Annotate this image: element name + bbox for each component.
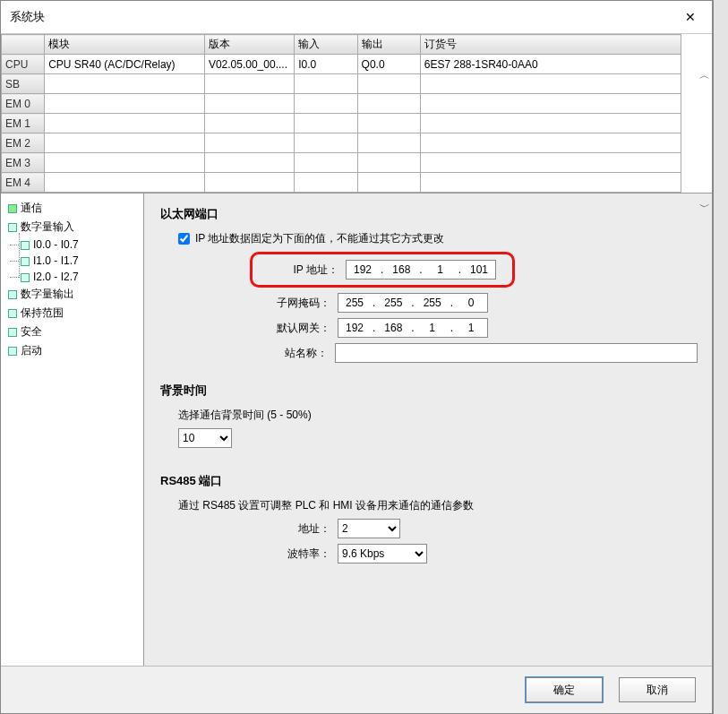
row-header[interactable]: EM 4 [2,173,45,193]
nav-tree[interactable]: 通信数字量输入I0.0 - I0.7I1.0 - I1.7I2.0 - I2.7… [1,194,144,666]
gw-octet-4[interactable] [455,319,487,337]
ip-octet-4[interactable] [463,261,495,279]
cell[interactable]: Q0.0 [357,55,420,74]
grid-scroll-arrows[interactable]: ︿﹀ [699,68,710,215]
table-row[interactable]: EM 4 [2,173,681,193]
cell[interactable]: V02.05.00_00.... [204,55,294,74]
ip-octet-2[interactable] [385,261,417,279]
tree-item[interactable]: I0.0 - I0.7 [17,237,140,253]
module-table[interactable]: 模块版本输入输出订货号 CPUCPU SR40 (AC/DC/Relay)V02… [1,34,681,193]
cell[interactable]: I0.0 [295,55,357,74]
tree-item[interactable]: 数字量输出 [4,285,140,304]
cell[interactable] [45,114,205,133]
tree-item[interactable]: 安全 [4,323,140,341]
table-row[interactable]: EM 3 [2,153,681,173]
cell[interactable] [295,94,357,114]
bgtime-select[interactable]: 10 [178,428,232,448]
cancel-button[interactable]: 取消 [619,677,696,702]
col-header[interactable]: 模块 [45,35,205,55]
cell[interactable] [45,74,205,94]
scroll-up-icon[interactable]: ︿ [699,68,710,83]
cell[interactable] [45,133,205,153]
cell[interactable] [357,173,420,193]
cell[interactable] [45,94,205,114]
cell[interactable] [420,153,681,173]
cell[interactable] [357,114,420,133]
cell[interactable] [295,74,357,94]
ok-button[interactable]: 确定 [526,677,603,702]
cell[interactable] [295,153,357,173]
gw-octet-3[interactable] [416,319,449,337]
section-bgtime-title: 背景时间 [160,383,698,399]
row-header[interactable]: CPU [2,55,45,74]
station-input[interactable] [335,343,698,363]
ip-input[interactable]: . . . [346,260,496,280]
tree-item[interactable]: 数字量输入 [4,218,140,237]
rs485-addr-select[interactable]: 2 [338,519,400,538]
col-header[interactable]: 订货号 [420,35,681,55]
mask-octet-1[interactable] [338,294,371,312]
table-row[interactable]: EM 2 [2,133,681,153]
col-header[interactable]: 版本 [204,35,294,55]
tree-item[interactable]: I1.0 - I1.7 [17,253,140,269]
close-icon[interactable]: ✕ [678,8,703,26]
table-row[interactable]: EM 0 [2,94,681,114]
cell[interactable] [45,153,205,173]
rs485-baud-select[interactable]: 9.6 Kbps [338,544,427,563]
mask-input[interactable]: . . . [338,293,488,313]
cell[interactable] [204,94,294,114]
fixed-ip-label: IP 地址数据固定为下面的值，不能通过其它方式更改 [195,231,444,246]
cell[interactable] [204,133,294,153]
cell[interactable] [420,74,681,94]
tree-box-icon [8,223,17,232]
row-header[interactable]: EM 1 [2,114,45,133]
table-row[interactable]: EM 1 [2,114,681,133]
cell[interactable] [204,114,294,133]
cell[interactable] [204,173,294,193]
cell[interactable] [204,153,294,173]
row-header[interactable]: EM 0 [2,94,45,114]
gw-input[interactable]: . . . [338,318,488,338]
cell[interactable] [420,94,681,114]
tree-box-icon [8,328,17,337]
fixed-ip-checkbox[interactable] [178,233,190,245]
scroll-down-icon[interactable]: ﹀ [699,200,710,215]
row-header[interactable]: EM 2 [2,133,45,153]
gw-octet-1[interactable] [338,319,371,337]
tree-item[interactable]: 通信 [4,199,140,218]
tree-item[interactable]: I2.0 - I2.7 [17,269,140,285]
row-header[interactable]: SB [2,74,45,94]
col-header[interactable] [2,35,45,55]
cell[interactable] [295,114,357,133]
cell[interactable] [420,173,681,193]
system-block-dialog: 系统块 ✕ 模块版本输入输出订货号 CPUCPU SR40 (AC/DC/Rel… [0,0,713,714]
ip-octet-3[interactable] [424,261,457,279]
table-row[interactable]: CPUCPU SR40 (AC/DC/Relay)V02.05.00_00...… [2,55,681,74]
cell[interactable] [204,74,294,94]
cell[interactable] [357,153,420,173]
form-panel: 以太网端口 IP 地址数据固定为下面的值，不能通过其它方式更改 IP 地址： .… [144,194,712,666]
mask-octet-2[interactable] [377,294,409,312]
cell[interactable] [295,133,357,153]
tree-item[interactable]: 启动 [4,341,140,360]
gw-octet-2[interactable] [377,319,409,337]
cell[interactable] [357,94,420,114]
mask-octet-4[interactable] [455,294,487,312]
cell[interactable] [295,173,357,193]
col-header[interactable]: 输入 [295,35,357,55]
row-header[interactable]: EM 3 [2,153,45,173]
cell[interactable]: 6ES7 288-1SR40-0AA0 [420,55,681,74]
cell[interactable] [357,74,420,94]
mask-octet-3[interactable] [416,294,449,312]
cell[interactable] [45,173,205,193]
cell[interactable] [357,133,420,153]
cell[interactable] [420,133,681,153]
cell[interactable]: CPU SR40 (AC/DC/Relay) [45,55,205,74]
cell[interactable] [420,114,681,133]
tree-box-icon [8,347,17,356]
ip-label: IP 地址： [258,262,338,278]
tree-item[interactable]: 保持范围 [4,304,140,323]
col-header[interactable]: 输出 [357,35,420,55]
table-row[interactable]: SB [2,74,681,94]
ip-octet-1[interactable] [347,261,379,279]
